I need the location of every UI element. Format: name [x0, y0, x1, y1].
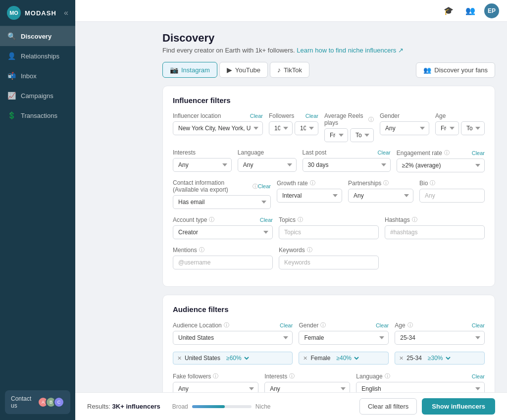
gender-tag-value: Female [310, 355, 330, 362]
audience-row-1: Audience Location ⓘ Clear United States … [173, 321, 485, 345]
avg-reels-label: Average Reels plays ⓘ [324, 112, 374, 126]
aud-location-clear[interactable]: Clear [280, 322, 293, 328]
last-post-select[interactable]: 30 days [303, 158, 391, 172]
account-type-info-icon: ⓘ [209, 216, 214, 223]
language-group: Language Any [238, 149, 297, 172]
sidebar-item-campaigns[interactable]: 📈 Campaigns [0, 86, 75, 105]
tab-instagram[interactable]: 📷 Instagram [162, 62, 217, 78]
bio-group: Bio ⓘ [419, 179, 485, 209]
topics-group: Topics ⓘ [279, 216, 379, 239]
account-type-select[interactable]: Creator [173, 225, 273, 239]
age-tag-pct-select[interactable]: ≥30% [425, 354, 452, 362]
sidebar-item-discovery[interactable]: 🔍 Discovery [0, 26, 75, 46]
avg-reels-group: Average Reels plays ⓘ From To [324, 112, 374, 142]
gender-tag-remove[interactable]: ✕ [303, 355, 307, 362]
aud-language-label: Language ⓘ [356, 372, 390, 380]
sidebar-item-relationships[interactable]: 👤 Relationships [0, 46, 75, 66]
page-subtitle: Find every creator on Earth with 1k+ fol… [162, 47, 495, 54]
aud-age-group: Age ⓘ Clear 25-34 [395, 321, 485, 345]
transactions-icon: 💲 [7, 111, 16, 119]
last-post-group: Last post Clear 30 days [303, 149, 391, 172]
aud-gender-select[interactable]: Female [299, 331, 389, 345]
gender-tag-pct-select[interactable]: ≥40% [333, 354, 360, 362]
aud-language-clear[interactable]: Clear [472, 373, 485, 379]
contact-info-clear[interactable]: Clear [258, 183, 271, 189]
topics-input[interactable] [279, 225, 379, 239]
interests-select[interactable]: Any [173, 158, 232, 172]
sidebar-item-inbox[interactable]: 📬 Inbox [0, 66, 75, 86]
followers-to-select[interactable]: 100,000 [295, 121, 318, 135]
location-clear[interactable]: Clear [250, 113, 263, 119]
engagement-rate-select[interactable]: ≥2% (average) [397, 158, 485, 172]
sidebar-item-label: Relationships [21, 52, 59, 60]
audience-filters-title: Audience filters [173, 305, 485, 314]
tab-tiktok[interactable]: ♪ TikTok [270, 62, 309, 78]
followers-clear[interactable]: Clear [305, 113, 318, 119]
learn-link[interactable]: Learn how to find niche influencers ↗ [297, 47, 404, 54]
aud-age-info-icon: ⓘ [407, 321, 413, 329]
influencer-row-3: Contact information (Available via expor… [173, 179, 485, 209]
growth-rate-select[interactable]: Interval [277, 189, 342, 203]
followers-label: Followers [269, 112, 294, 119]
mentions-input[interactable] [173, 256, 273, 269]
spectrum-track [192, 405, 252, 408]
avg-reels-from-select[interactable]: From [324, 128, 348, 142]
fake-followers-info-icon: ⓘ [213, 372, 218, 380]
collapse-sidebar-button[interactable]: « [64, 8, 68, 17]
instagram-icon: 📷 [170, 66, 178, 74]
tab-youtube[interactable]: ▶ YouTube [219, 62, 268, 78]
results-text: Results: 3K+ influencers [87, 403, 160, 410]
keywords-info-icon: ⓘ [307, 246, 312, 254]
partnerships-info-icon: ⓘ [383, 179, 389, 187]
age-tag-remove[interactable]: ✕ [399, 355, 404, 362]
age-group: Age From To [435, 112, 485, 142]
tiktok-icon: ♪ [277, 66, 281, 74]
keywords-group: Keywords ⓘ [279, 246, 379, 269]
followers-from-select[interactable]: 10,000 [269, 121, 293, 135]
location-tag-value: United States [185, 355, 220, 362]
sidebar-item-transactions[interactable]: 💲 Transactions [0, 105, 75, 125]
contact-us-button[interactable]: Contact us A B C [5, 390, 70, 414]
clear-all-button[interactable]: Clear all filters [359, 398, 417, 415]
hashtags-group: Hashtags ⓘ [385, 216, 485, 239]
location-tag-pct-select[interactable]: ≥60% [223, 354, 251, 362]
aud-age-label: Age ⓘ [395, 321, 412, 329]
account-type-clear[interactable]: Clear [260, 217, 273, 223]
sidebar-item-label: Transactions [21, 112, 57, 119]
aud-age-select[interactable]: 25-34 [395, 331, 485, 345]
age-to-select[interactable]: To [461, 121, 485, 135]
gender-label: Gender [380, 112, 429, 119]
user-avatar[interactable]: EP [484, 3, 499, 18]
bio-input[interactable] [419, 189, 485, 203]
avg-reels-to-select[interactable]: To [350, 128, 374, 142]
graduation-icon[interactable]: 🎓 [441, 3, 456, 19]
hashtags-input[interactable] [385, 225, 485, 239]
people-icon[interactable]: 👥 [462, 3, 478, 19]
last-post-clear[interactable]: Clear [378, 150, 391, 156]
influencer-filters-title: Influencer filters [173, 96, 485, 105]
location-tag-remove[interactable]: ✕ [177, 355, 182, 362]
sidebar-item-label: Discovery [21, 33, 51, 40]
avatar-3: C [53, 397, 64, 408]
show-influencers-button[interactable]: Show influencers [422, 398, 495, 415]
hashtags-label: Hashtags ⓘ [385, 216, 485, 223]
influencer-filters-card: Influencer filters Influencer location C… [162, 86, 495, 287]
partnerships-select[interactable]: Any [348, 189, 413, 203]
engagement-rate-clear[interactable]: Clear [472, 150, 485, 156]
aud-gender-label: Gender ⓘ [299, 321, 326, 329]
location-select[interactable]: New York City, New York, U... [173, 121, 263, 135]
keywords-input[interactable] [279, 256, 379, 269]
age-from-select[interactable]: From [435, 121, 459, 135]
discover-fans-button[interactable]: 👥 Discover your fans [416, 62, 495, 78]
language-select[interactable]: Any [238, 158, 297, 172]
sidebar-nav: 🔍 Discovery 👤 Relationships 📬 Inbox 📈 Ca… [0, 26, 75, 125]
contact-info-select[interactable]: Has email [173, 195, 271, 209]
discovery-icon: 🔍 [7, 32, 16, 40]
location-group: Influencer location Clear New York City,… [173, 112, 263, 142]
aud-gender-clear[interactable]: Clear [376, 322, 389, 328]
gender-group: Gender Any [380, 112, 429, 142]
aud-age-clear[interactable]: Clear [472, 322, 485, 328]
aud-location-select[interactable]: United States [173, 331, 293, 345]
gender-select[interactable]: Any [380, 121, 429, 135]
growth-rate-label: Growth rate ⓘ [277, 179, 342, 187]
